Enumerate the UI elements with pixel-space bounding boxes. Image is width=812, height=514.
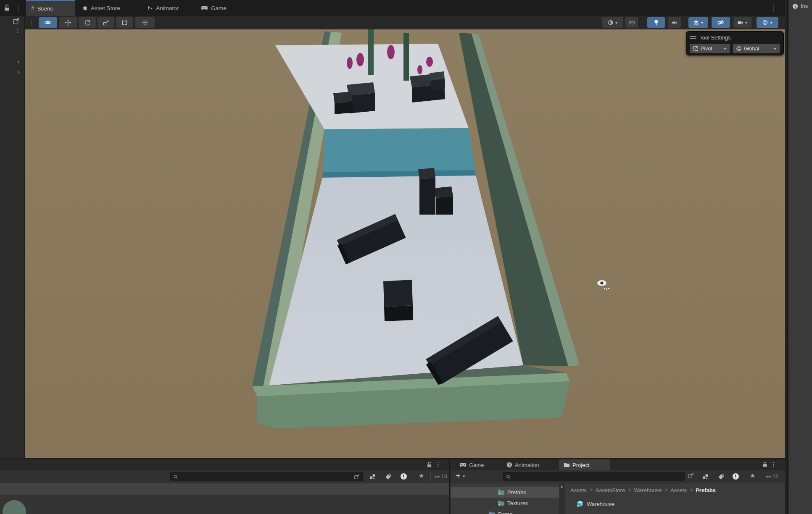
alert-filter-icon[interactable] <box>732 473 739 480</box>
foldout-chevron-icon[interactable]: › <box>18 69 19 75</box>
breadcrumb-separator: > <box>590 487 593 493</box>
chevron-down-icon: ▼ <box>770 21 773 25</box>
move-tool-button[interactable] <box>59 17 77 28</box>
tree-item-label: Textures <box>507 500 528 506</box>
tree-scrollbar[interactable]: ▲ <box>559 483 565 514</box>
camera-settings-dropdown[interactable]: ▼ <box>733 17 751 28</box>
filter-by-label-icon[interactable] <box>718 474 724 480</box>
tab-label: Game <box>211 5 227 11</box>
scene-panel-menu-icon[interactable]: ⋮ <box>770 5 777 11</box>
alert-filter-icon[interactable] <box>400 473 407 480</box>
divider <box>565 496 785 496</box>
panel-menu-icon[interactable]: ⋮ <box>770 461 777 467</box>
scroll-up-icon[interactable]: ▲ <box>560 484 564 488</box>
mode-2d-button[interactable]: 2D <box>625 17 638 28</box>
tree-item-demo[interactable]: Demo <box>451 509 559 514</box>
speaker-mute-icon <box>671 20 678 26</box>
toolbar-separator <box>430 473 431 480</box>
toolbar-separator <box>599 19 599 26</box>
content-row[interactable] <box>0 483 449 495</box>
pivot-mode-dropdown[interactable]: Pivot ▼ <box>690 44 730 53</box>
search-field[interactable] <box>170 472 363 481</box>
chevron-down-icon: ▼ <box>462 475 466 478</box>
create-asset-button[interactable]: + ▼ <box>456 472 466 480</box>
bottom-left-toolbar: ★ 15 <box>0 470 449 483</box>
breadcrumb-current[interactable]: Prefabs <box>696 487 716 493</box>
chevron-down-icon: ▼ <box>745 21 748 25</box>
filter-by-type-icon[interactable] <box>369 473 376 480</box>
scene-view-toolbar: ▼ 2D ▼ ▼ ▼ <box>25 16 785 29</box>
box-cluster-upper-right <box>410 71 445 102</box>
breadcrumb-part[interactable]: Assets <box>570 487 587 493</box>
favorites-star-icon[interactable]: ★ <box>750 472 755 480</box>
tab-scene[interactable]: # Scene <box>26 0 75 16</box>
rect-tool-icon <box>121 19 128 26</box>
popout-window-icon[interactable] <box>688 473 694 479</box>
panel-menu-icon[interactable]: ⋮ <box>15 27 21 33</box>
pole <box>403 33 409 81</box>
effects-dropdown[interactable]: ▼ <box>688 17 708 28</box>
scale-tool-button[interactable] <box>98 17 114 28</box>
breadcrumb[interactable]: Assets > AssetsStore > Warehouse > Asset… <box>570 485 716 495</box>
prefab-cube-icon <box>576 500 584 508</box>
tree-item-prefabs[interactable]: Prefabs <box>451 487 559 498</box>
breadcrumb-part[interactable]: Assets <box>670 487 687 493</box>
tab-game-bottom[interactable]: Game <box>455 459 488 470</box>
tab-label: Scene <box>37 5 53 12</box>
info-icon <box>792 3 798 9</box>
scene-visibility-button[interactable] <box>712 17 730 28</box>
panel-menu-icon[interactable]: ⋮ <box>435 461 441 467</box>
filter-by-label-icon[interactable] <box>385 474 391 480</box>
tree-item-label: Prefabs <box>507 489 526 496</box>
scene-audio-button[interactable] <box>668 17 681 28</box>
project-search-input[interactable] <box>513 474 682 480</box>
bottom-left-header: ⋮ <box>0 459 449 470</box>
hidden-count-eye-icon[interactable] <box>765 474 772 479</box>
project-search-field[interactable] <box>503 472 685 481</box>
tab-animator[interactable]: Animator <box>142 0 190 16</box>
inspector-panel-edge: Ins <box>787 0 812 514</box>
lock-icon[interactable] <box>762 462 767 467</box>
chevron-down-icon: ▼ <box>615 21 618 25</box>
draw-mode-dropdown[interactable]: ▼ <box>602 17 623 28</box>
gamepad-icon <box>201 6 208 10</box>
unlock-icon[interactable] <box>4 4 10 11</box>
tab-game[interactable]: Game <box>196 0 236 16</box>
view-tool-button[interactable] <box>39 17 57 28</box>
drag-handle-icon[interactable] <box>690 36 696 39</box>
hidden-count-eye-icon[interactable] <box>434 474 440 479</box>
filter-by-type-icon[interactable] <box>702 473 709 480</box>
conveyor-band <box>323 128 475 172</box>
scene-lighting-button[interactable] <box>647 17 665 28</box>
search-input[interactable] <box>180 474 354 480</box>
asset-item-warehouse[interactable]: Warehouse <box>576 498 614 509</box>
tab-asset-store[interactable]: Asset Store <box>77 0 133 16</box>
orientation-dropdown[interactable]: Global ▼ <box>733 44 780 53</box>
tree-item-label: Demo <box>498 511 513 514</box>
popout-window-icon[interactable] <box>13 18 20 25</box>
window-menu-icon[interactable]: ⋮ <box>15 5 21 11</box>
orientation-label: Global <box>744 46 759 52</box>
tab-animation[interactable]: Animation <box>502 459 544 470</box>
tree-item-textures[interactable]: Textures <box>451 498 559 509</box>
unlock-icon[interactable] <box>427 462 432 468</box>
gizmos-dropdown[interactable]: ▼ <box>757 17 778 28</box>
bottom-left-content <box>0 483 449 514</box>
foldout-chevron-icon[interactable]: › <box>18 59 19 65</box>
clock-icon <box>506 462 512 468</box>
favorites-star-icon[interactable]: ★ <box>419 472 424 480</box>
transform-tool-button[interactable] <box>135 17 155 28</box>
folder-icon <box>488 511 496 514</box>
rotate-tool-button[interactable] <box>79 17 96 28</box>
breadcrumb-part[interactable]: AssetsStore <box>596 487 625 493</box>
chevron-down-icon: ▼ <box>773 47 777 51</box>
rect-tool-button[interactable] <box>116 17 133 28</box>
tab-inspector-label[interactable]: Ins <box>801 3 808 9</box>
asset-preview-sphere[interactable] <box>3 500 26 514</box>
tool-settings-overlay[interactable]: Tool Settings Pivot ▼ Global ▼ <box>686 31 784 55</box>
breadcrumb-part[interactable]: Warehouse <box>634 487 662 493</box>
popout-window-icon[interactable] <box>354 474 360 480</box>
scene-viewport[interactable]: Tool Settings Pivot ▼ Global ▼ <box>25 29 785 458</box>
tab-project[interactable]: Project <box>559 459 610 470</box>
scene-3d-render <box>25 29 785 458</box>
